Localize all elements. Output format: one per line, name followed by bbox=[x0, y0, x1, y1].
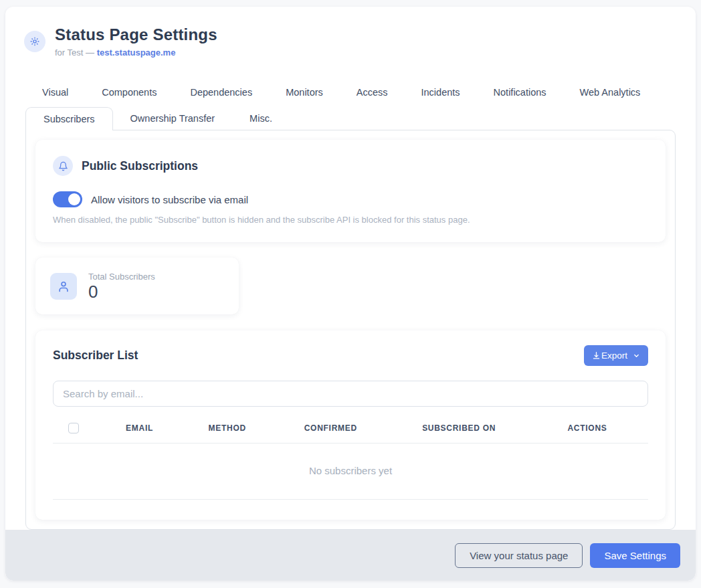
tab-row-secondary: Subscribers Ownership Transfer Misc. bbox=[25, 107, 676, 130]
total-subscribers-stat: Total Subscribers 0 bbox=[88, 272, 155, 300]
toggle-knob bbox=[68, 193, 80, 205]
subscriber-list-title: Subscriber List bbox=[53, 349, 138, 363]
tab-visual[interactable]: Visual bbox=[25, 80, 85, 104]
column-header-confirmed: CONFIRMED bbox=[270, 423, 391, 433]
page-header: Status Page Settings for Test — test.sta… bbox=[5, 7, 696, 58]
chevron-down-icon bbox=[633, 352, 640, 359]
tab-dependencies[interactable]: Dependencies bbox=[173, 80, 269, 104]
column-header-subscribed-on: SUBSCRIBED ON bbox=[391, 423, 526, 433]
total-subscribers-label: Total Subscribers bbox=[88, 272, 155, 282]
tab-ownership-transfer[interactable]: Ownership Transfer bbox=[113, 107, 233, 130]
total-subscribers-value: 0 bbox=[88, 283, 155, 300]
page-title: Status Page Settings bbox=[55, 25, 217, 44]
status-page-settings-card: Status Page Settings for Test — test.sta… bbox=[5, 7, 696, 581]
tab-notifications[interactable]: Notifications bbox=[477, 80, 563, 104]
column-header-actions: ACTIONS bbox=[526, 423, 648, 433]
table-tail-spacer bbox=[53, 500, 648, 517]
column-header-email: EMAIL bbox=[94, 423, 185, 433]
page-subtitle: for Test — test.statuspage.me bbox=[55, 47, 217, 58]
settings-tabs: Visual Components Dependencies Monitors … bbox=[5, 80, 696, 130]
export-button[interactable]: Export bbox=[584, 345, 648, 366]
table-header-row: EMAIL METHOD CONFIRMED SUBSCRIBED ON ACT… bbox=[53, 423, 648, 444]
download-icon bbox=[592, 351, 601, 360]
tab-misc[interactable]: Misc. bbox=[232, 107, 290, 130]
empty-state-message: No subscribers yet bbox=[53, 444, 648, 500]
subscriber-list-card: Subscriber List Export bbox=[35, 330, 666, 520]
select-all-checkbox[interactable] bbox=[68, 423, 79, 433]
tab-incidents[interactable]: Incidents bbox=[405, 80, 477, 104]
subscribe-toggle[interactable] bbox=[53, 191, 82, 207]
search-input[interactable] bbox=[53, 381, 648, 407]
export-button-label: Export bbox=[601, 351, 627, 361]
subscriber-list-header: Subscriber List Export bbox=[53, 345, 648, 366]
tab-monitors[interactable]: Monitors bbox=[269, 80, 340, 104]
column-header-method: METHOD bbox=[185, 423, 270, 433]
subscribe-toggle-row: Allow visitors to subscribe via email bbox=[53, 191, 648, 207]
user-icon bbox=[50, 273, 77, 300]
public-subscriptions-card: Public Subscriptions Allow visitors to s… bbox=[35, 140, 666, 242]
public-subscriptions-header: Public Subscriptions bbox=[53, 156, 648, 176]
tab-subscribers[interactable]: Subscribers bbox=[25, 107, 113, 130]
bell-icon bbox=[53, 156, 73, 176]
total-subscribers-card: Total Subscribers 0 bbox=[35, 258, 239, 314]
subscriber-table: EMAIL METHOD CONFIRMED SUBSCRIBED ON ACT… bbox=[53, 423, 648, 517]
save-settings-button[interactable]: Save Settings bbox=[590, 543, 680, 568]
tab-web-analytics[interactable]: Web Analytics bbox=[563, 80, 658, 104]
subtitle-prefix: for Test — bbox=[55, 47, 94, 58]
tab-row-primary: Visual Components Dependencies Monitors … bbox=[25, 80, 676, 104]
footer-action-bar: View your status page Save Settings bbox=[5, 530, 696, 581]
tab-components[interactable]: Components bbox=[85, 80, 173, 104]
view-status-page-button[interactable]: View your status page bbox=[455, 543, 583, 568]
tab-access[interactable]: Access bbox=[340, 80, 405, 104]
subscribers-panel: Public Subscriptions Allow visitors to s… bbox=[25, 130, 676, 530]
gear-icon bbox=[24, 31, 45, 52]
subscribe-helper-text: When disabled, the public "Subscribe" bu… bbox=[53, 215, 648, 225]
select-all-cell bbox=[53, 423, 94, 433]
subscribe-toggle-label: Allow visitors to subscribe via email bbox=[91, 194, 248, 205]
public-subscriptions-title: Public Subscriptions bbox=[82, 159, 198, 173]
header-text: Status Page Settings for Test — test.sta… bbox=[55, 25, 217, 58]
status-page-link[interactable]: test.statuspage.me bbox=[97, 47, 176, 58]
